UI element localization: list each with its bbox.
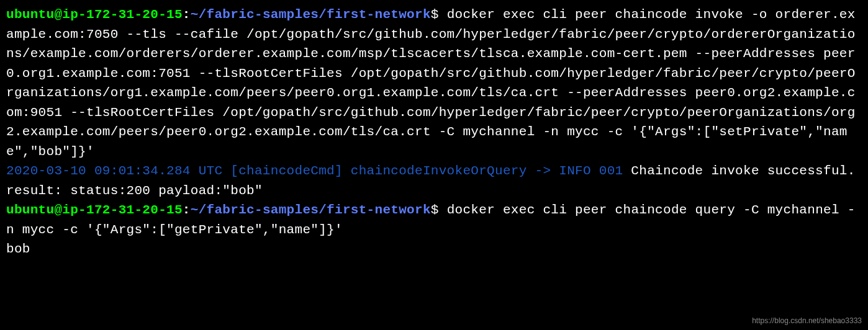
terminal-output[interactable]: ubuntu@ip-172-31-20-15:~/fabric-samples/… [6, 5, 862, 259]
prompt-separator: : [183, 203, 191, 217]
prompt-user-host: ubuntu@ip-172-31-20-15 [6, 7, 183, 22]
prompt-dollar: $ [431, 7, 439, 22]
prompt-separator: : [183, 7, 191, 22]
query-result: bob [6, 242, 30, 256]
command-invoke: docker exec cli peer chaincode invoke -o… [6, 7, 856, 159]
watermark: https://blog.csdn.net/shebao3333 [752, 315, 862, 326]
prompt-path: ~/fabric-samples/first-network [191, 7, 431, 22]
prompt-dollar: $ [431, 203, 439, 217]
log-info-prefix: 2020-03-10 09:01:34.284 UTC [chaincodeCm… [6, 164, 623, 178]
prompt-user-host: ubuntu@ip-172-31-20-15 [6, 203, 183, 217]
prompt-path: ~/fabric-samples/first-network [191, 203, 431, 217]
